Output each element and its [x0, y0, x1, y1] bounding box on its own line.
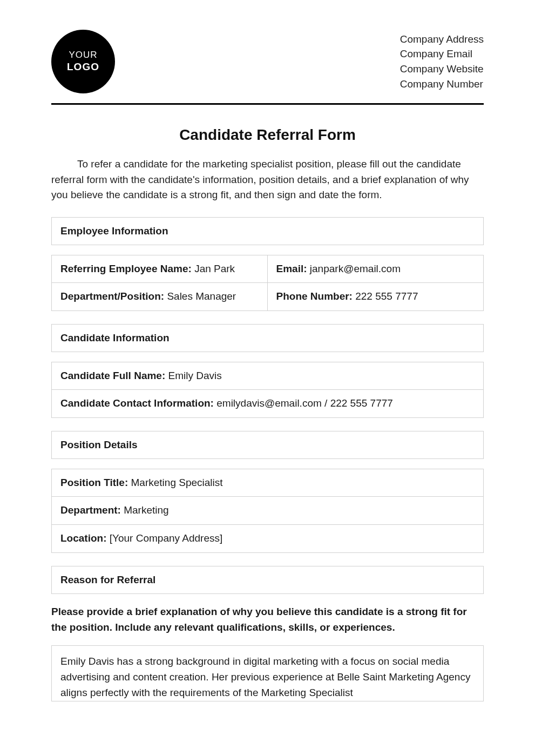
referring-name-value: Jan Park: [194, 263, 235, 274]
candidate-contact-label: Candidate Contact Information:: [60, 397, 214, 409]
referring-dept-field[interactable]: Department/Position: Sales Manager: [51, 283, 268, 311]
position-title-label: Position Title:: [60, 477, 128, 488]
referring-name-field[interactable]: Referring Employee Name: Jan Park: [51, 255, 268, 284]
position-dept-value: Marketing: [124, 504, 168, 516]
page-title: Candidate Referral Form: [51, 126, 484, 144]
logo-placeholder: YOUR LOGO: [51, 30, 115, 93]
company-info: Company Address Company Email Company We…: [400, 32, 484, 91]
candidate-name-field[interactable]: Candidate Full Name: Emily Davis: [51, 362, 484, 390]
candidate-name-label: Candidate Full Name:: [60, 370, 165, 381]
referring-name-label: Referring Employee Name:: [60, 263, 192, 274]
candidate-contact-field[interactable]: Candidate Contact Information: emilydavi…: [51, 390, 484, 418]
logo-line2: LOGO: [67, 61, 99, 73]
position-title-field[interactable]: Position Title: Marketing Specialist: [51, 469, 484, 497]
position-details-stack: Position Title: Marketing Specialist Dep…: [51, 469, 484, 553]
position-dept-label: Department:: [60, 504, 121, 516]
referring-dept-value: Sales Manager: [167, 291, 236, 302]
intro-paragraph: To refer a candidate for the marketing s…: [51, 157, 484, 203]
position-location-field[interactable]: Location: [Your Company Address]: [51, 525, 484, 553]
section-heading-employee: Employee Information: [51, 217, 484, 245]
company-number: Company Number: [400, 77, 484, 92]
section-heading-candidate: Candidate Information: [51, 324, 484, 352]
page: YOUR LOGO Company Address Company Email …: [0, 0, 535, 701]
referring-dept-label: Department/Position:: [60, 291, 164, 302]
section-heading-reason: Reason for Referral: [51, 566, 484, 594]
candidate-name-value: Emily Davis: [168, 370, 222, 381]
candidate-info-stack: Candidate Full Name: Emily Davis Candida…: [51, 362, 484, 418]
position-title-value: Marketing Specialist: [131, 477, 223, 488]
reason-prompt: Please provide a brief explanation of wh…: [51, 604, 484, 636]
referring-email-field[interactable]: Email: janpark@email.com: [268, 255, 484, 284]
reason-text-field[interactable]: Emily Davis has a strong background in d…: [51, 645, 484, 701]
position-location-label: Location:: [60, 532, 107, 544]
logo-line1: YOUR: [69, 50, 97, 60]
referring-phone-value: 222 555 7777: [355, 291, 418, 302]
position-dept-field[interactable]: Department: Marketing: [51, 497, 484, 525]
referring-email-value: janpark@email.com: [310, 263, 401, 274]
section-heading-position: Position Details: [51, 431, 484, 459]
company-email: Company Email: [400, 46, 484, 62]
reason-text-value: Emily Davis has a strong background in d…: [60, 656, 470, 699]
header: YOUR LOGO Company Address Company Email …: [51, 30, 484, 105]
company-website: Company Website: [400, 62, 484, 77]
company-address: Company Address: [400, 32, 484, 47]
employee-info-grid: Referring Employee Name: Jan Park Email:…: [51, 255, 484, 311]
referring-email-label: Email:: [276, 263, 307, 274]
candidate-contact-value: emilydavis@email.com / 222 555 7777: [216, 397, 393, 409]
referring-phone-field[interactable]: Phone Number: 222 555 7777: [268, 283, 484, 311]
position-location-value: [Your Company Address]: [110, 532, 222, 544]
referring-phone-label: Phone Number:: [276, 291, 353, 302]
